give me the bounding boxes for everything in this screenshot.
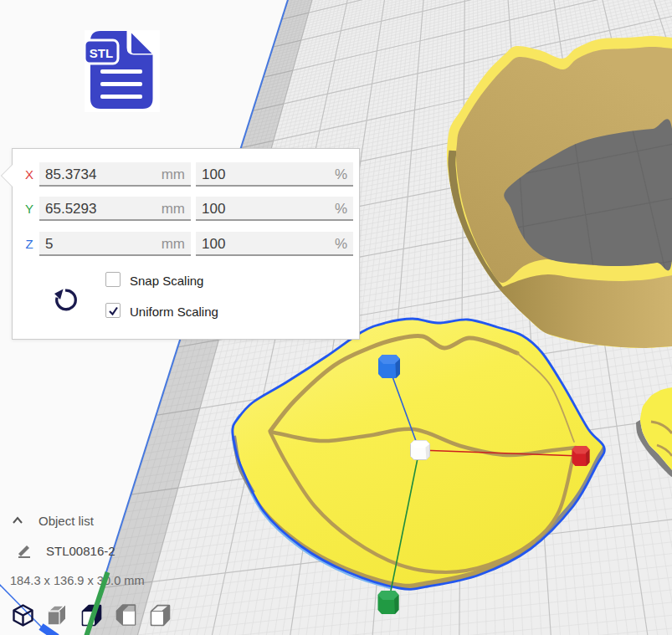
- svg-text:STL: STL: [90, 46, 113, 60]
- svg-text:184.3 x 136.9 x 30.0 mm: 184.3 x 136.9 x 30.0 mm: [10, 574, 145, 587]
